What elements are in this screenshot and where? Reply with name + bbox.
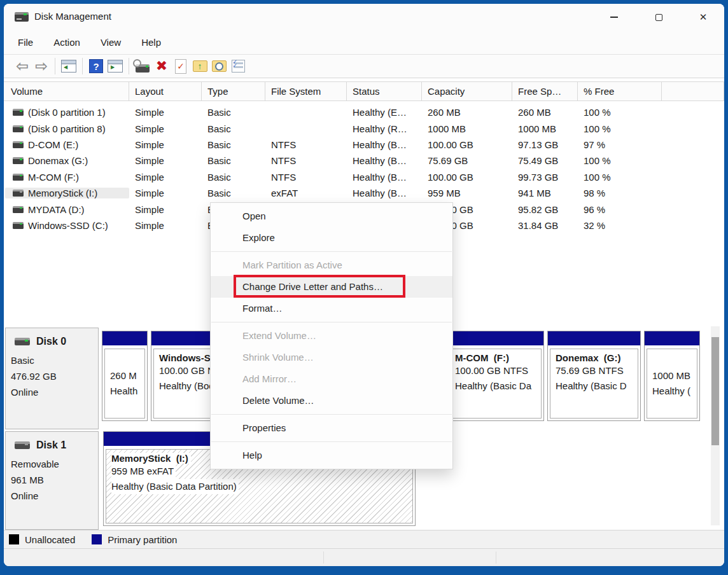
check-document-icon[interactable] bbox=[171, 57, 190, 75]
partition-m-com[interactable]: M-COM (F:) 100.00 GB NTFS Healthy (Basic… bbox=[447, 331, 544, 421]
back-icon[interactable] bbox=[13, 57, 32, 75]
maximize-icon bbox=[655, 14, 662, 21]
column-pct-free[interactable]: % Free bbox=[578, 82, 662, 100]
vertical-scrollbar[interactable] bbox=[711, 326, 720, 525]
menu-item-change-drive-letter[interactable]: Change Drive Letter and Paths… bbox=[211, 276, 452, 298]
legend-unallocated: Unallocated bbox=[9, 534, 75, 545]
toolbar-separator bbox=[82, 58, 83, 74]
toolbar-separator bbox=[55, 58, 55, 74]
menu-separator bbox=[211, 441, 452, 442]
toolbar-separator bbox=[129, 58, 129, 74]
desktop-background: Disk Management File Action View Help ? bbox=[0, 0, 728, 575]
menu-item-open[interactable]: Open bbox=[211, 205, 452, 227]
disk1-icon bbox=[15, 441, 30, 449]
column-volume[interactable]: Volume bbox=[5, 82, 129, 100]
toolbar: ? bbox=[4, 54, 724, 78]
partition-color-bar bbox=[548, 331, 640, 345]
scrollbar-thumb[interactable] bbox=[711, 337, 719, 445]
menu-bar: File Action View Help bbox=[4, 31, 724, 54]
status-divider bbox=[496, 551, 496, 564]
menu-item-extend-volume: Extend Volume… bbox=[211, 325, 452, 347]
folder-up-icon[interactable] bbox=[190, 57, 209, 75]
disk-management-app-icon bbox=[15, 12, 29, 22]
status-divider bbox=[323, 551, 324, 564]
column-file-system[interactable]: File System bbox=[265, 82, 347, 100]
menu-separator bbox=[211, 251, 452, 252]
table-row[interactable]: D-COM (E:) Simple Basic NTFS Healthy (B…… bbox=[4, 137, 724, 153]
folder-search-icon[interactable] bbox=[209, 57, 228, 75]
disk1-kind: Removable bbox=[11, 456, 93, 472]
column-type[interactable]: Type bbox=[202, 82, 265, 100]
table-row[interactable]: (Disk 0 partition 1) Simple Basic Health… bbox=[4, 104, 724, 120]
help-icon[interactable]: ? bbox=[87, 57, 106, 75]
menu-separator bbox=[211, 322, 452, 322]
table-row-selected[interactable]: MemoryStick (I:) Simple Basic exFAT Heal… bbox=[4, 185, 724, 201]
table-row[interactable]: (Disk 0 partition 8) Simple Basic Health… bbox=[4, 120, 724, 136]
menu-help[interactable]: Help bbox=[141, 37, 161, 48]
volume-list-header: Volume Layout Type File System Status Ca… bbox=[4, 81, 724, 101]
disk0-size: 476.92 GB bbox=[11, 368, 93, 384]
column-capacity[interactable]: Capacity bbox=[422, 82, 512, 100]
menu-item-delete-volume[interactable]: Delete Volume… bbox=[211, 390, 452, 412]
menu-view[interactable]: View bbox=[101, 37, 121, 48]
partition-color-bar bbox=[447, 331, 543, 345]
partition-recovery[interactable]: 1000 MB Healthy ( bbox=[644, 331, 700, 421]
menu-separator bbox=[211, 414, 452, 415]
title-bar: Disk Management bbox=[4, 4, 724, 31]
menu-item-shrink-volume: Shrink Volume… bbox=[211, 347, 452, 368]
disk0-icon bbox=[15, 338, 30, 345]
show-console-tree-icon[interactable] bbox=[59, 57, 78, 75]
menu-item-mark-partition-active: Mark Partition as Active bbox=[211, 254, 452, 276]
volume-icon bbox=[13, 206, 24, 213]
volume-icon bbox=[13, 141, 24, 148]
context-menu: Open Explore Mark Partition as Active Ch… bbox=[210, 202, 453, 469]
show-action-pane-icon[interactable] bbox=[106, 57, 125, 75]
column-status[interactable]: Status bbox=[347, 82, 422, 100]
primary-partition-swatch bbox=[92, 534, 102, 544]
column-free-space[interactable]: Free Sp… bbox=[512, 82, 578, 100]
disk0-status: Online bbox=[11, 384, 93, 400]
disk1-size: 961 MB bbox=[11, 472, 93, 488]
disk0-panel[interactable]: Disk 0 Basic 476.92 GB Online bbox=[5, 328, 99, 429]
minimize-button[interactable] bbox=[599, 8, 629, 27]
volume-icon bbox=[13, 174, 24, 181]
column-filler bbox=[662, 82, 724, 100]
rescan-disks-icon[interactable] bbox=[133, 57, 152, 75]
menu-item-add-mirror: Add Mirror… bbox=[211, 368, 452, 390]
legend-bar: Unallocated Primary partition bbox=[4, 530, 724, 548]
partition-donemax[interactable]: Donemax (G:) 75.69 GB NTFS Healthy (Basi… bbox=[547, 331, 641, 421]
unallocated-swatch bbox=[9, 534, 19, 544]
legend-primary-partition: Primary partition bbox=[92, 534, 177, 545]
volume-icon bbox=[13, 157, 24, 164]
table-row[interactable]: Donemax (G:) Simple Basic NTFS Healthy (… bbox=[4, 153, 724, 169]
close-icon bbox=[699, 11, 708, 23]
partition-color-bar bbox=[645, 331, 699, 345]
partition-color-bar bbox=[102, 331, 147, 345]
menu-file[interactable]: File bbox=[18, 37, 33, 48]
volume-icon bbox=[13, 190, 24, 197]
status-bar bbox=[4, 548, 724, 566]
menu-item-explore[interactable]: Explore bbox=[211, 227, 452, 249]
maximize-button[interactable] bbox=[644, 8, 673, 27]
window-title: Disk Management bbox=[34, 11, 111, 22]
properties-list-icon[interactable] bbox=[228, 57, 248, 75]
menu-action[interactable]: Action bbox=[53, 37, 80, 48]
disk1-panel[interactable]: Disk 1 Removable 961 MB Online bbox=[5, 431, 99, 530]
volume-icon bbox=[13, 125, 24, 132]
menu-item-format[interactable]: Format… bbox=[211, 298, 452, 319]
minimize-icon bbox=[610, 17, 618, 18]
menu-item-properties[interactable]: Properties bbox=[211, 417, 452, 439]
disk1-status: Online bbox=[11, 488, 93, 504]
volume-icon bbox=[13, 222, 24, 229]
disk0-name: Disk 0 bbox=[36, 336, 66, 347]
delete-icon[interactable] bbox=[152, 57, 171, 75]
disk0-kind: Basic bbox=[11, 352, 93, 368]
partition-efi[interactable]: 260 M Health bbox=[102, 331, 148, 421]
forward-icon[interactable] bbox=[32, 57, 51, 75]
volume-icon bbox=[13, 109, 24, 116]
menu-item-help[interactable]: Help bbox=[211, 445, 452, 466]
column-layout[interactable]: Layout bbox=[129, 82, 202, 100]
disk1-name: Disk 1 bbox=[36, 440, 66, 451]
close-button[interactable] bbox=[689, 8, 718, 27]
table-row[interactable]: M-COM (F:) Simple Basic NTFS Healthy (B…… bbox=[4, 169, 724, 185]
